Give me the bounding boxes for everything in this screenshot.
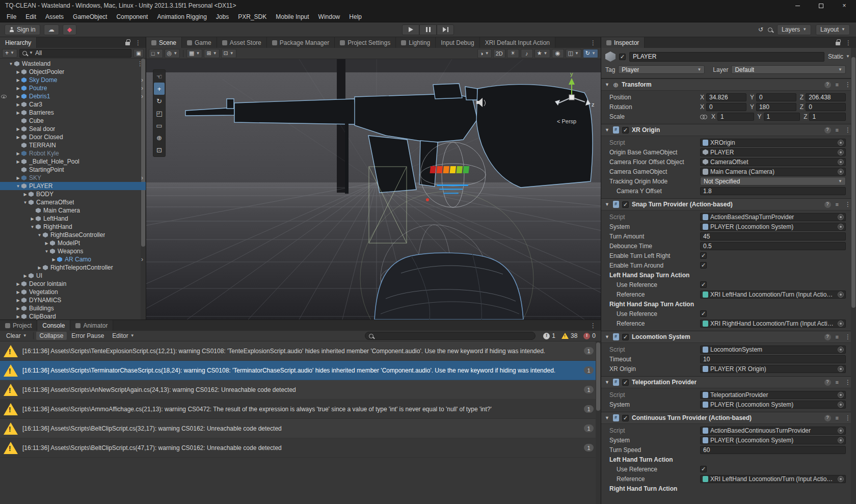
object-picker-icon[interactable]: [838, 321, 844, 327]
checkbox[interactable]: [700, 281, 707, 288]
input-field[interactable]: 45: [700, 232, 846, 241]
vector-z-field[interactable]: 206.438: [806, 93, 846, 101]
hierarchy-item-player[interactable]: ▼PLAYER: [0, 182, 146, 190]
component-header-locomotion-system[interactable]: ▼Locomotion System≡⋮: [601, 331, 856, 343]
component-enabled-checkbox[interactable]: [622, 127, 629, 134]
info-count[interactable]: 1: [541, 332, 558, 339]
component-enabled-checkbox[interactable]: [622, 334, 629, 340]
object-picker-icon[interactable]: [838, 476, 844, 482]
transform-tool[interactable]: ⊕: [154, 131, 165, 144]
expand-triangle-icon[interactable]: ▶: [36, 266, 43, 270]
expand-triangle-icon[interactable]: ▶: [15, 290, 21, 295]
expand-triangle-icon[interactable]: ▶: [15, 127, 21, 131]
grid-visibility-dropdown[interactable]: ▦▼: [186, 49, 202, 58]
hierarchy-item-main-camera[interactable]: Main Camera: [0, 206, 146, 215]
hierarchy-item-robot-kyle[interactable]: ▶Robot Kyle: [0, 149, 146, 157]
expand-triangle-icon[interactable]: ▶: [15, 306, 21, 311]
foldout-triangle-icon[interactable]: ▼: [605, 202, 610, 207]
layout-dropdown[interactable]: Layout ▼: [816, 24, 850, 35]
menu-edit[interactable]: Edit: [21, 11, 41, 22]
visibility-eye-icon[interactable]: [1, 95, 7, 98]
expand-triangle-icon[interactable]: ▶: [15, 151, 21, 156]
menu-window[interactable]: Window: [314, 11, 345, 22]
tab-inspector[interactable]: Inspector: [601, 37, 645, 48]
expand-triangle-icon[interactable]: ▼: [36, 233, 43, 237]
editor-dropdown[interactable]: Editor ▼: [109, 332, 138, 340]
input-field[interactable]: 0.5: [700, 242, 846, 250]
hierarchy-item-seal-door[interactable]: ▶Seal door: [0, 125, 146, 133]
scale-tool[interactable]: ◰: [154, 107, 165, 119]
expand-triangle-icon[interactable]: ▶: [22, 192, 29, 197]
lock-icon[interactable]: [836, 42, 840, 45]
view-hand-tool[interactable]: ☜: [154, 70, 165, 83]
inspector-scrollbar[interactable]: [851, 48, 856, 504]
link-icon[interactable]: [700, 115, 707, 119]
hierarchy-item-rightbasecontroller[interactable]: ▼RightBaseController: [0, 231, 146, 239]
expand-triangle-icon[interactable]: ▶: [15, 111, 21, 115]
expand-triangle-icon[interactable]: ▶: [50, 257, 57, 262]
hierarchy-item-startingpoint[interactable]: StartingPoint: [0, 166, 146, 174]
expand-triangle-icon[interactable]: ▶: [22, 274, 29, 278]
component-header-snap-turn-provider-action-based[interactable]: ▼Snap Turn Provider (Action-based)≡⋮: [601, 199, 856, 210]
object-picker-icon[interactable]: [838, 366, 844, 372]
hierarchy-item-rightteleportcontroller[interactable]: ▶RightTeleportController: [0, 263, 146, 272]
hierarchy-item-cameraoffset[interactable]: ▼CameraOffset: [0, 198, 146, 206]
menu-help[interactable]: Help: [344, 11, 366, 22]
hierarchy-item-decor-lointain[interactable]: ▶Decor lointain: [0, 280, 146, 288]
object-picker-icon[interactable]: [838, 169, 844, 175]
kebab-menu-icon[interactable]: ⋮: [133, 39, 143, 46]
console-entry[interactable]: [16:11:36] Assets\Scripts\BeltClipScript…: [0, 438, 601, 458]
tab-hierarchy[interactable]: Hierarchy: [0, 37, 37, 48]
menu-jobs[interactable]: Jobs: [211, 11, 233, 22]
hierarchy-item-clipboard[interactable]: ▶ClipBoard: [0, 312, 146, 320]
2d-toggle[interactable]: 2D: [493, 49, 505, 58]
expand-triangle-icon[interactable]: ▶: [15, 78, 21, 83]
preset-icon[interactable]: ≡: [836, 127, 839, 133]
tab-project[interactable]: Project: [0, 320, 37, 331]
collapse-toggle[interactable]: Collapse: [36, 332, 67, 340]
vector-x-field[interactable]: 0: [706, 103, 746, 111]
menu-gameobject[interactable]: GameObject: [68, 11, 112, 22]
object-field[interactable]: PLAYER: [700, 148, 846, 156]
expand-triangle-icon[interactable]: ▶: [15, 176, 21, 180]
hierarchy-item-wasteland[interactable]: ▼Wasteland⋮: [0, 60, 146, 68]
step-button[interactable]: [437, 24, 454, 35]
move-tool[interactable]: +: [154, 83, 165, 95]
gizmo-center-cube[interactable]: [569, 95, 574, 100]
layers-dropdown[interactable]: Layers ▼: [777, 24, 811, 35]
menu-animation-rigging[interactable]: Animation Rigging: [152, 11, 211, 22]
hierarchy-item-buildings[interactable]: ▶Buildings: [0, 304, 146, 312]
foldout-triangle-icon[interactable]: ▼: [605, 415, 610, 420]
hierarchy-item-modelpt[interactable]: ▶ModelPt: [0, 239, 146, 247]
tab-input-debug[interactable]: Input Debug: [436, 37, 479, 48]
static-dropdown[interactable]: Static ▼: [828, 53, 852, 60]
foldout-triangle-icon[interactable]: ▼: [605, 82, 610, 87]
hierarchy-item-debris1[interactable]: ▶Debris1›: [0, 92, 146, 100]
snap-increment-dropdown[interactable]: ⊡▼: [221, 49, 236, 58]
scrollbar-thumb[interactable]: [596, 342, 600, 411]
kebab-menu-icon[interactable]: ⋮: [844, 39, 853, 46]
object-field[interactable]: PLAYER (Locomotion System): [700, 223, 846, 231]
hierarchy-item-lefthand[interactable]: ▶LeftHand: [0, 215, 146, 223]
hierarchy-item-ui[interactable]: ▶UI: [0, 272, 146, 280]
preset-icon[interactable]: ≡: [836, 415, 839, 421]
error-count[interactable]: 0: [581, 332, 598, 339]
prefab-open-arrow-icon[interactable]: ›: [141, 174, 143, 181]
console-entry[interactable]: [16:11:36] Assets\Scripts\TenteExplosion…: [0, 341, 601, 361]
custom-tool[interactable]: ⊡: [154, 144, 165, 156]
tab-xri-default-input-action[interactable]: XRI Default Input Action: [480, 37, 555, 48]
checkbox[interactable]: [700, 310, 707, 317]
create-object-button[interactable]: +▼: [2, 49, 17, 58]
foldout-triangle-icon[interactable]: ▼: [605, 127, 610, 132]
prefab-open-arrow-icon[interactable]: ›: [141, 85, 143, 92]
object-picker-icon[interactable]: [838, 159, 844, 165]
object-field[interactable]: ActionBasedSnapTurnProvider: [700, 213, 846, 221]
vector-y-field[interactable]: 0: [756, 93, 796, 101]
maximize-button[interactable]: [809, 0, 833, 11]
expand-triangle-icon[interactable]: ▼: [22, 200, 29, 205]
tool-settings-dropdown[interactable]: □▼: [149, 49, 163, 58]
expand-triangle-icon[interactable]: ▼: [8, 62, 14, 66]
expand-triangle-icon[interactable]: ▶: [15, 314, 21, 319]
object-field[interactable]: PLAYER (Locomotion System): [700, 401, 846, 409]
hierarchy-item-dynamics[interactable]: ▶DYNAMICS: [0, 296, 146, 304]
